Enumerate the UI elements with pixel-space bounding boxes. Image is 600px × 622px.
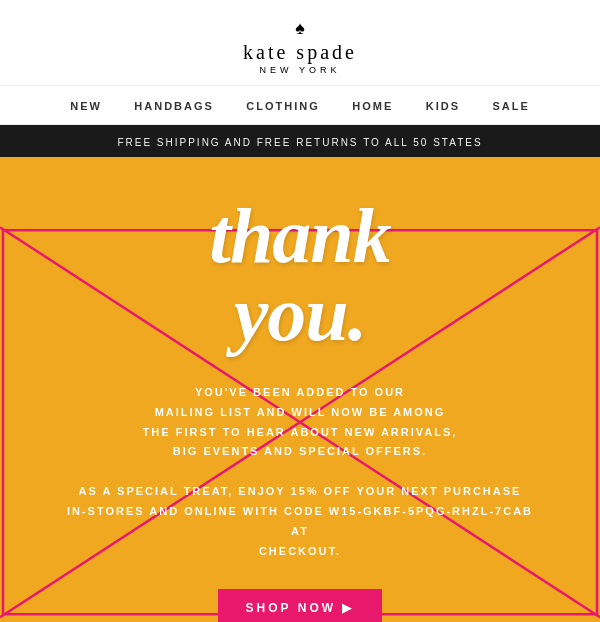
brand-name: kate spade: [0, 41, 600, 64]
envelope-section: thankyou. YOU'VE BEEN ADDED TO OUR MAILI…: [0, 157, 600, 622]
thank-you-heading: thankyou.: [60, 197, 540, 353]
brand-location: NEW YORK: [0, 65, 600, 75]
mailing-list-text: YOU'VE BEEN ADDED TO OUR MAILING LIST AN…: [60, 383, 540, 462]
promo-banner: FREE SHIPPING AND FREE RETURNS TO ALL 50…: [0, 125, 600, 157]
nav-home[interactable]: HOME: [352, 100, 393, 112]
nav-kids[interactable]: KIDS: [426, 100, 460, 112]
nav-clothing[interactable]: CLOTHING: [246, 100, 319, 112]
nav-handbags[interactable]: HANDBAGS: [134, 100, 214, 112]
banner-text: FREE SHIPPING AND FREE RETURNS TO ALL 50…: [117, 137, 482, 148]
header: ♠ kate spade NEW YORK: [0, 0, 600, 85]
nav-new[interactable]: NEW: [70, 100, 102, 112]
email-wrapper: ♠ kate spade NEW YORK NEW HANDBAGS CLOTH…: [0, 0, 600, 622]
envelope-content: thankyou. YOU'VE BEEN ADDED TO OUR MAILI…: [0, 157, 600, 622]
promo-code-text: AS A SPECIAL TREAT, ENJOY 15% OFF YOUR N…: [60, 482, 540, 561]
shop-now-button[interactable]: SHOP NOW ▶: [218, 589, 383, 622]
nav-sale[interactable]: SALE: [492, 100, 529, 112]
spade-icon: ♠: [0, 18, 600, 39]
navigation: NEW HANDBAGS CLOTHING HOME KIDS SALE: [0, 85, 600, 125]
